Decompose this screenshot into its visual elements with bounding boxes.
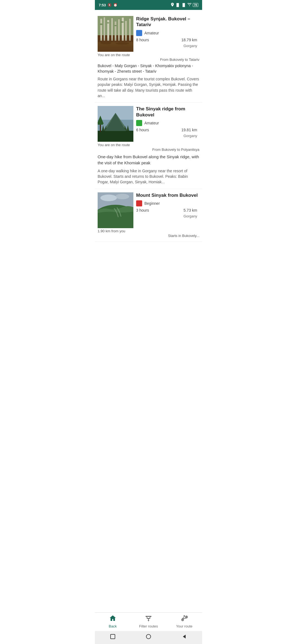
route-region-1: Gorgany bbox=[136, 44, 199, 48]
route-info-3: Mount Sinyak from Bukovel Beginner 3 hou… bbox=[136, 192, 199, 218]
route-title-2: The Sinyak ridge from Bukovel bbox=[136, 106, 199, 118]
signal-icon: ▐▌ bbox=[175, 3, 180, 7]
svg-rect-1 bbox=[98, 35, 133, 52]
route-description-1: Route in Gorgans near the tourist comple… bbox=[95, 74, 202, 99]
route-top-3: Mount Sinyak from Bukovel Beginner 3 hou… bbox=[95, 192, 202, 228]
battery-icon: 78 bbox=[193, 3, 198, 7]
svg-rect-8 bbox=[122, 18, 124, 41]
svg-point-32 bbox=[100, 195, 117, 201]
route-title-1: Ridge Synjak. Bukovel – Tatariv bbox=[136, 16, 199, 28]
route-waypoints-1: Bukovel - Maly Gorgan - Sinyak - Khomyak… bbox=[95, 62, 202, 74]
route-image-1 bbox=[98, 16, 133, 52]
svg-rect-5 bbox=[111, 18, 113, 41]
difficulty-label-1: Amateur bbox=[144, 31, 159, 35]
route-title-3: Mount Sinyak from Bukovel bbox=[136, 192, 199, 198]
route-description-2: One-day hike from Bukovel along the Siny… bbox=[95, 152, 202, 166]
route-from-3: Starts in Bukovely... bbox=[95, 233, 202, 238]
difficulty-label-3: Beginner bbox=[144, 201, 160, 206]
route-card-1[interactable]: Ridge Synjak. Bukovel – Tatariv Amateur … bbox=[95, 13, 202, 103]
wifi-icon bbox=[188, 3, 191, 7]
svg-point-14 bbox=[121, 21, 124, 23]
svg-point-13 bbox=[114, 25, 117, 26]
route-hours-2: 6 hours bbox=[136, 128, 149, 132]
route-info-1: Ridge Synjak. Bukovel – Tatariv Amateur … bbox=[136, 16, 199, 48]
svg-rect-10 bbox=[129, 19, 131, 41]
alarm-icon: ⏰ bbox=[113, 3, 117, 7]
difficulty-badge-2 bbox=[136, 120, 142, 126]
route-hours-1: 8 hours bbox=[136, 38, 149, 42]
route-meta-3: Beginner bbox=[136, 200, 199, 206]
svg-rect-6 bbox=[115, 21, 116, 41]
route-list: Ridge Synjak. Bukovel – Tatariv Amateur … bbox=[95, 10, 202, 264]
distance-from-you-3: 1.90 km from you bbox=[95, 228, 202, 233]
route-region-2: Gorgany bbox=[136, 134, 199, 138]
svg-point-16 bbox=[100, 42, 111, 44]
difficulty-badge-3 bbox=[136, 200, 142, 206]
svg-rect-9 bbox=[125, 21, 127, 41]
route-hours-3: 3 hours bbox=[136, 208, 149, 212]
route-meta-2: Amateur bbox=[136, 120, 199, 126]
svg-rect-2 bbox=[100, 19, 102, 41]
route-from-1: From Bukovely to Tatariv bbox=[95, 57, 202, 62]
route-card-3[interactable]: Mount Sinyak from Bukovel Beginner 3 hou… bbox=[95, 189, 202, 242]
route-description2-2: A one-day walking hike in Gorgany near t… bbox=[95, 166, 202, 185]
signal2-icon: ▐▌ bbox=[182, 3, 186, 7]
status-time: 7:53 bbox=[99, 3, 106, 7]
route-card-2[interactable]: The Sinyak ridge from Bukovel Amateur 6 … bbox=[95, 103, 202, 189]
route-status-1: You are on the route bbox=[95, 52, 202, 57]
route-distance-2: 19.81 km bbox=[181, 128, 197, 132]
svg-rect-15 bbox=[98, 42, 133, 52]
route-status-2: You are on the route bbox=[95, 142, 202, 147]
svg-rect-3 bbox=[104, 17, 105, 41]
svg-rect-7 bbox=[118, 19, 120, 41]
route-image-2 bbox=[98, 106, 133, 142]
svg-point-17 bbox=[116, 42, 129, 45]
mute-icon: 🔇 bbox=[108, 3, 112, 7]
difficulty-badge-1 bbox=[136, 30, 142, 36]
svg-point-12 bbox=[107, 22, 109, 24]
route-image-3 bbox=[98, 192, 133, 228]
route-meta-1: Amateur bbox=[136, 30, 199, 36]
route-top-1: Ridge Synjak. Bukovel – Tatariv Amateur … bbox=[95, 16, 202, 52]
difficulty-label-2: Amateur bbox=[144, 121, 159, 125]
svg-point-33 bbox=[116, 194, 129, 199]
route-region-3: Gorgany bbox=[136, 214, 199, 218]
route-distance-1: 18.79 km bbox=[181, 38, 197, 42]
svg-rect-26 bbox=[98, 131, 133, 142]
location-icon bbox=[171, 3, 174, 7]
svg-point-11 bbox=[100, 23, 103, 25]
status-bar: 7:53 🔇 ⏰ ▐▌ ▐▌ 78 bbox=[95, 0, 202, 10]
route-top-2: The Sinyak ridge from Bukovel Amateur 6 … bbox=[95, 106, 202, 142]
route-distance-3: 5.73 km bbox=[183, 208, 197, 212]
route-from-2: From Bukovely to Polyanitsya bbox=[95, 147, 202, 152]
route-info-2: The Sinyak ridge from Bukovel Amateur 6 … bbox=[136, 106, 199, 138]
